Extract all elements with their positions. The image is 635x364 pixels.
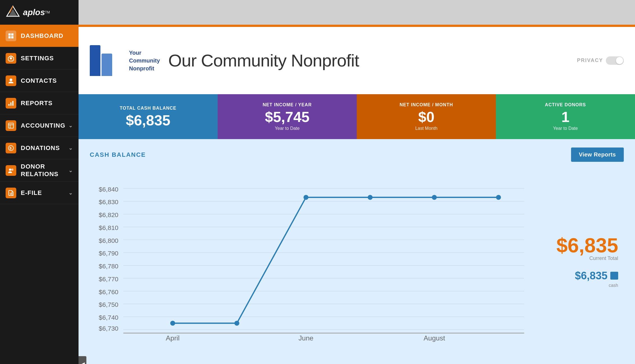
stat-sub-active-donors: Year to Date	[553, 126, 578, 131]
stat-value-active-donors: 1	[562, 110, 570, 124]
svg-point-8	[10, 79, 12, 81]
stat-value-cash-balance: $6,835	[126, 113, 170, 128]
svg-text:$6,840: $6,840	[99, 186, 118, 193]
cash-balance-title: CASH BALANCE	[90, 151, 146, 158]
accounting-chevron: ⌄	[68, 123, 73, 129]
svg-point-51	[432, 195, 437, 200]
sidebar-label-donor-relations: DONOR RELATIONS	[21, 163, 68, 178]
aplos-logo-icon	[6, 5, 20, 20]
efile-icon	[6, 188, 16, 198]
sidebar-item-reports[interactable]: REPORTS	[0, 92, 79, 114]
sidebar: aplosTM DASHBOARD SETTINGS CONTACTS	[0, 0, 79, 364]
stat-label-net-income-month: NET INCOME / MONTH	[400, 102, 453, 107]
org-logo	[90, 42, 121, 79]
donor-relations-chevron: ⌄	[68, 167, 73, 174]
logo-area: aplosTM	[0, 0, 79, 25]
sidebar-item-dashboard[interactable]: DASHBOARD	[0, 25, 79, 47]
sidebar-item-accounting[interactable]: ACCOUNTING ⌄	[0, 114, 79, 137]
sidebar-item-contacts[interactable]: CONTACTS	[0, 70, 79, 92]
cash-balance-section: CASH BALANCE View Reports $6,840 $6,830 …	[79, 139, 635, 364]
stat-label-cash-balance: TOTAL CASH BALANCE	[120, 106, 176, 111]
cash-line-label: cash	[545, 283, 618, 288]
stat-tile-active-donors[interactable]: ACTIVE DONORS 1 Year to Date	[496, 94, 635, 139]
svg-point-50	[368, 195, 373, 200]
cash-line-value: $6,835	[575, 270, 608, 282]
sidebar-label-donations: DONATIONS	[21, 144, 68, 152]
privacy-label: PRIVACY	[577, 57, 603, 63]
svg-point-17	[9, 169, 11, 171]
sidebar-label-efile: E-FILE	[21, 189, 68, 197]
stat-sub-net-income-year: Year to Date	[275, 126, 300, 131]
stats-row: TOTAL CASH BALANCE $6,835 NET INCOME / Y…	[79, 94, 635, 139]
stat-tile-cash-balance[interactable]: TOTAL CASH BALANCE $6,835	[79, 94, 218, 139]
svg-point-47	[170, 321, 175, 326]
totals-panel: $6,835 Current Total $6,835 cash	[540, 167, 624, 356]
top-bar	[79, 0, 635, 25]
current-total-value: $6,835	[545, 235, 618, 255]
cash-content: $6,840 $6,830 $6,820 $6,810 $6,800 $6,79…	[90, 167, 624, 356]
svg-rect-10	[10, 102, 11, 106]
stat-value-net-income-month: $0	[418, 110, 434, 124]
settings-icon	[6, 53, 16, 64]
svg-text:$6,740: $6,740	[99, 314, 118, 321]
sidebar-item-donations[interactable]: $ DONATIONS ⌄	[0, 137, 79, 159]
org-name: Our Community Nonprofit	[168, 50, 577, 70]
org-logo-blocks	[90, 45, 112, 76]
privacy-toggle[interactable]: PRIVACY	[577, 56, 624, 65]
logo-tm: TM	[45, 10, 50, 14]
stat-tile-net-income-month[interactable]: NET INCOME / MONTH $0 Last Month	[357, 94, 496, 139]
stat-tile-net-income-year[interactable]: NET INCOME / YEAR $5,745 Year to Date	[218, 94, 357, 139]
cash-line: $6,835	[545, 270, 618, 282]
svg-rect-5	[8, 36, 11, 38]
org-header: Your Community Nonprofit Our Community N…	[79, 27, 635, 94]
logo-text: aplos	[23, 8, 45, 17]
svg-text:$6,730: $6,730	[99, 325, 118, 332]
sidebar-item-efile[interactable]: E-FILE ⌄	[0, 182, 79, 204]
contacts-icon	[6, 75, 16, 86]
privacy-toggle-thumb	[616, 57, 623, 64]
sidebar-item-settings[interactable]: SETTINGS	[0, 47, 79, 70]
svg-text:$: $	[10, 146, 12, 150]
sidebar-label-accounting: ACCOUNTING	[21, 122, 68, 129]
sidebar-collapse-button[interactable]: ◀	[79, 356, 86, 364]
svg-text:$6,820: $6,820	[99, 211, 118, 218]
svg-rect-6	[11, 36, 13, 38]
org-logo-text: Your Community Nonprofit	[129, 49, 160, 72]
logo-block-right	[102, 54, 112, 76]
accounting-icon	[6, 120, 16, 131]
cash-header: CASH BALANCE View Reports	[90, 148, 624, 162]
sidebar-label-reports: REPORTS	[21, 100, 73, 107]
svg-point-48	[234, 321, 240, 326]
svg-point-49	[303, 195, 309, 200]
donations-icon: $	[6, 143, 16, 153]
stat-label-net-income-year: NET INCOME / YEAR	[263, 102, 312, 107]
sidebar-label-contacts: CONTACTS	[21, 77, 73, 84]
svg-text:August: August	[424, 334, 445, 342]
svg-point-52	[496, 195, 501, 200]
chart-area: $6,840 $6,830 $6,820 $6,810 $6,800 $6,79…	[90, 167, 534, 356]
svg-text:$6,810: $6,810	[99, 224, 118, 231]
svg-rect-9	[8, 104, 10, 106]
content-area: Your Community Nonprofit Our Community N…	[79, 27, 635, 364]
view-reports-button[interactable]: View Reports	[571, 148, 624, 162]
svg-text:$6,750: $6,750	[99, 301, 118, 308]
sidebar-label-dashboard: DASHBOARD	[21, 32, 73, 40]
sidebar-item-donor-relations[interactable]: DONOR RELATIONS ⌄	[0, 159, 79, 182]
svg-text:$6,790: $6,790	[99, 250, 118, 257]
svg-text:$6,770: $6,770	[99, 275, 118, 283]
svg-point-7	[10, 57, 12, 59]
cash-balance-chart: $6,840 $6,830 $6,820 $6,810 $6,800 $6,79…	[90, 167, 534, 356]
svg-text:$6,780: $6,780	[99, 262, 118, 270]
cash-legend-box	[610, 272, 618, 280]
svg-rect-11	[12, 101, 13, 106]
stat-label-active-donors: ACTIVE DONORS	[545, 102, 586, 107]
efile-chevron: ⌄	[68, 190, 73, 196]
svg-rect-12	[8, 123, 13, 128]
dashboard-icon	[6, 31, 16, 41]
donor-relations-icon	[6, 165, 16, 176]
orange-accent-bar	[79, 25, 635, 27]
privacy-toggle-track[interactable]	[606, 56, 624, 65]
main-content: Your Community Nonprofit Our Community N…	[79, 0, 635, 364]
svg-point-18	[11, 169, 13, 171]
svg-rect-3	[8, 33, 11, 36]
